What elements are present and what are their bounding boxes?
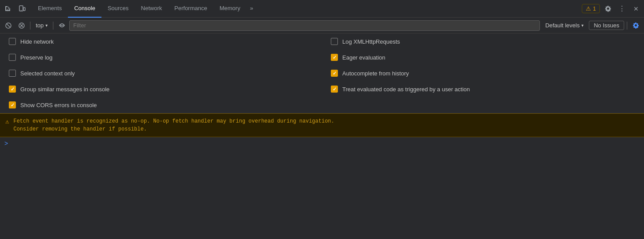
warning-text: Fetch event handler is recognized as no-…	[13, 117, 334, 133]
tab-bar-right: ⚠ 1 ⋮ ✕	[582, 3, 642, 15]
device-toolbar-button[interactable]	[16, 3, 28, 15]
console-input-area: >	[0, 137, 644, 149]
warning-message: ⚠ Fetch event handler is recognized as n…	[0, 113, 644, 137]
levels-label: Default levels	[545, 22, 580, 29]
eager-eval-checkbox[interactable]	[331, 54, 338, 61]
tab-network[interactable]: Network	[135, 0, 168, 18]
checkboxes-area: Hide network Preserve log Selected conte…	[0, 34, 644, 113]
svg-rect-1	[23, 7, 25, 11]
checkbox-hide-network[interactable]: Hide network	[0, 34, 322, 49]
svg-line-4	[7, 24, 10, 27]
tab-bar: Elements Console Sources Network Perform…	[0, 0, 644, 18]
clear-console-button[interactable]	[3, 20, 14, 31]
checkbox-autocomplete-history[interactable]: Autocomplete from history	[322, 65, 644, 81]
show-cors-checkbox[interactable]	[9, 101, 16, 108]
checkbox-eager-eval[interactable]: Eager evaluation	[322, 49, 644, 65]
levels-chevron-icon: ▾	[581, 23, 584, 28]
tab-memory[interactable]: Memory	[213, 0, 247, 18]
autocomplete-history-checkbox[interactable]	[331, 70, 338, 77]
tab-elements[interactable]: Elements	[32, 0, 68, 18]
selected-context-label: Selected context only	[20, 70, 75, 77]
console-toolbar: top ▾ Default levels ▾ No Issues	[0, 18, 644, 34]
toolbar-divider-2	[53, 22, 53, 30]
settings-button[interactable]	[602, 3, 614, 15]
warning-triangle-icon: ⚠	[5, 118, 9, 125]
selected-context-checkbox[interactable]	[9, 70, 16, 77]
treat-evaluated-checkbox[interactable]	[331, 86, 338, 93]
svg-point-2	[21, 10, 22, 11]
checkbox-selected-context[interactable]: Selected context only	[0, 65, 322, 81]
filter-input[interactable]	[69, 20, 540, 31]
tab-bar-icons	[2, 3, 28, 15]
toolbar-divider-1	[30, 22, 30, 30]
context-selector[interactable]: top ▾	[33, 21, 50, 30]
group-similar-checkbox[interactable]	[9, 86, 16, 93]
log-xmlhttp-checkbox[interactable]	[331, 38, 338, 45]
context-label: top	[36, 22, 44, 29]
eager-eval-label: Eager evaluation	[342, 54, 386, 61]
stop-button[interactable]	[16, 20, 27, 31]
eye-button[interactable]	[56, 20, 67, 31]
preserve-log-checkbox[interactable]	[9, 54, 16, 61]
hide-network-label: Hide network	[20, 38, 54, 45]
context-dropdown-icon: ▾	[45, 23, 48, 28]
toolbar-divider-3	[627, 22, 627, 30]
warning-count: 1	[593, 6, 596, 12]
checkbox-grid: Hide network Preserve log Selected conte…	[0, 34, 644, 113]
console-settings-button[interactable]	[630, 20, 641, 31]
checkbox-preserve-log[interactable]: Preserve log	[0, 49, 322, 65]
show-cors-label: Show CORS errors in console	[20, 102, 97, 108]
log-xmlhttp-label: Log XMLHttpRequests	[342, 38, 400, 45]
no-issues-label: No Issues	[594, 22, 619, 29]
svg-point-8	[61, 25, 63, 26]
tab-sources[interactable]: Sources	[101, 0, 135, 18]
no-issues-button[interactable]: No Issues	[589, 21, 624, 30]
checkbox-group-similar[interactable]: Group similar messages in console	[0, 81, 322, 97]
levels-dropdown[interactable]: Default levels ▾	[542, 21, 587, 30]
warning-badge[interactable]: ⚠ 1	[582, 4, 600, 13]
tab-performance[interactable]: Performance	[168, 0, 213, 18]
checkbox-treat-evaluated[interactable]: Treat evaluated code as triggered by a u…	[322, 81, 644, 97]
checkbox-log-xmlhttp[interactable]: Log XMLHttpRequests	[322, 34, 644, 49]
preserve-log-label: Preserve log	[20, 54, 52, 61]
inspect-element-button[interactable]	[2, 3, 14, 15]
group-similar-label: Group similar messages in console	[20, 86, 109, 93]
console-prompt-icon: >	[4, 140, 8, 147]
checkbox-show-cors[interactable]: Show CORS errors in console	[0, 97, 322, 113]
treat-evaluated-label: Treat evaluated code as triggered by a u…	[342, 86, 470, 93]
warning-icon: ⚠	[586, 5, 591, 12]
autocomplete-history-label: Autocomplete from history	[342, 70, 409, 77]
tab-more[interactable]: »	[247, 0, 257, 18]
close-devtools-button[interactable]: ✕	[630, 3, 642, 15]
more-options-button[interactable]: ⋮	[616, 3, 628, 15]
hide-network-checkbox[interactable]	[9, 38, 16, 45]
tab-console[interactable]: Console	[68, 0, 101, 18]
